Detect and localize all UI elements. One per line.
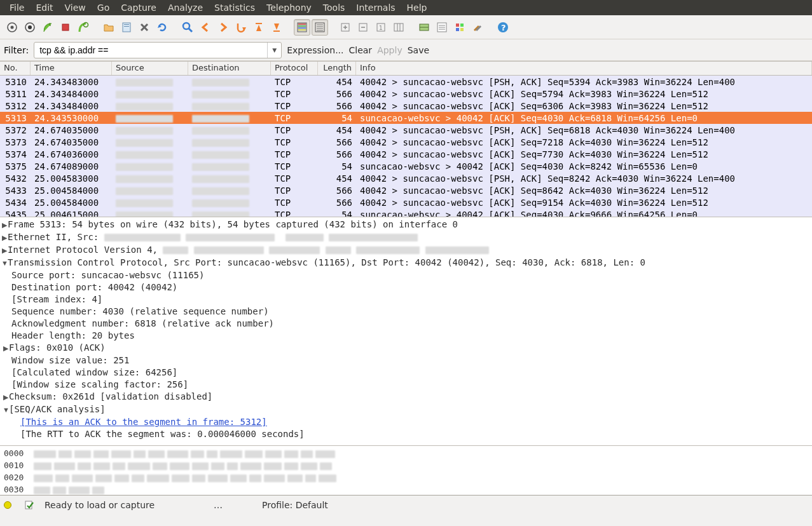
start-capture-icon[interactable] [39,19,56,36]
column-protocol[interactable]: Protocol [271,62,318,75]
tree-ip-label: Internet Protocol Version 4, [8,245,163,255]
tree-detail[interactable]: Header length: 20 bytes [0,330,812,342]
menu-statistics[interactable]: Statistics [209,1,261,14]
packet-row[interactable]: 543425.004584000TCP56640042 > suncacao-w… [0,196,812,208]
menu-go[interactable]: Go [92,1,115,14]
packet-details-pane[interactable]: ▶Frame 5313: 54 bytes on wire (432 bits)… [0,217,812,446]
close-icon[interactable] [136,19,153,36]
tree-tcp[interactable]: ▼Transmission Control Protocol, Src Port… [0,257,812,269]
filter-input[interactable] [34,45,267,55]
last-packet-icon[interactable] [268,19,285,36]
stop-capture-icon[interactable] [57,19,74,36]
svg-text:?: ? [501,23,506,32]
packet-row[interactable]: 537324.674035000TCP56640042 > suncacao-w… [0,136,812,148]
restart-capture-icon[interactable] [75,19,92,36]
reload-icon[interactable] [154,19,170,36]
column-info[interactable]: Info [356,62,812,75]
tree-detail[interactable]: [Window size scaling factor: 256] [0,379,812,391]
resize-columns-icon[interactable] [390,19,407,36]
tree-detail[interactable]: Sequence number: 4030 (relative sequence… [0,306,812,318]
column-source[interactable]: Source [112,62,188,75]
tree-detail[interactable]: Window size value: 251 [0,354,812,367]
packet-row[interactable]: 543525.004615000TCP54suncacao-websvc > 4… [0,208,812,217]
go-back-icon[interactable] [197,19,214,36]
packet-row[interactable]: 543325.004584000TCP56640042 > suncacao-w… [0,184,812,196]
tree-seqack[interactable]: ▼[SEQ/ACK analysis] [0,403,812,416]
file-apply-icon[interactable] [24,500,34,510]
expression-button[interactable]: Expression... [287,45,343,55]
tree-detail[interactable]: Acknowledgment number: 6818 (relative ac… [0,318,812,330]
capture-filters-icon[interactable] [416,19,432,36]
menu-file[interactable]: File [4,1,30,14]
tree-frame[interactable]: ▶Frame 5313: 54 bytes on wire (432 bits)… [0,219,812,231]
expert-info-led-icon[interactable] [4,501,11,509]
packet-bytes-pane[interactable]: 0000 0010 0020 0030 [0,446,812,496]
menu-capture[interactable]: Capture [115,1,162,14]
capture-options-icon[interactable] [4,19,20,36]
column-no[interactable]: No. [0,62,31,75]
filter-bar: Filter: ▼ Expression... Clear Apply Save [0,39,812,61]
tree-ack-link[interactable]: [This is an ACK to the segment in frame:… [0,416,812,428]
colorize-icon[interactable] [294,19,310,36]
first-packet-icon[interactable] [251,19,267,36]
menu-internals[interactable]: Internals [350,1,401,14]
save-button[interactable]: Save [408,45,429,55]
menu-help[interactable]: Help [401,1,433,14]
tree-detail[interactable]: [Calculated window size: 64256] [0,367,812,379]
preferences-icon[interactable] [469,19,486,36]
zoom-in-icon[interactable] [337,19,354,36]
column-time[interactable]: Time [31,62,112,75]
tree-checksum[interactable]: ▶Checksum: 0x261d [validation disabled] [0,391,812,403]
bytes-line[interactable]: 0000 [4,447,808,459]
svg-point-1 [11,25,14,29]
packet-row[interactable]: 531224.343484000TCP56640042 > suncacao-w… [0,100,812,112]
packet-row[interactable]: 531024.343483000TCP45440042 > suncacao-w… [0,76,812,88]
apply-button[interactable]: Apply [377,45,403,55]
column-length[interactable]: Length [318,62,356,75]
column-destination[interactable]: Destination [188,62,271,75]
menu-analyze[interactable]: Analyze [162,1,209,14]
packet-row[interactable]: 537224.674035000TCP45440042 > suncacao-w… [0,124,812,136]
open-file-icon[interactable] [100,19,117,36]
filter-combo[interactable]: ▼ [34,42,282,58]
tree-detail[interactable]: Destination port: 40042 (40042) [0,281,812,293]
auto-scroll-icon[interactable] [312,19,328,36]
bytes-line[interactable]: 0030 [4,483,808,496]
svg-rect-22 [298,27,306,29]
tree-detail[interactable]: [Stream index: 4] [0,293,812,306]
status-profile-label[interactable]: Profile: Default [262,500,328,510]
status-ellipsis[interactable]: … [214,500,223,510]
packet-row[interactable]: 543225.004583000TCP45440042 > suncacao-w… [0,172,812,184]
svg-rect-47 [456,28,459,31]
tree-flags[interactable]: ▶Flags: 0x010 (ACK) [0,342,812,354]
zoom-out-icon[interactable] [355,19,371,36]
tree-eth[interactable]: ▶Ethernet II, Src: [0,231,812,244]
clear-button[interactable]: Clear [349,45,373,55]
menu-edit[interactable]: Edit [30,1,58,14]
menu-tools[interactable]: Tools [317,1,351,14]
packet-list-body[interactable]: 531024.343483000TCP45440042 > suncacao-w… [0,76,812,217]
go-forward-icon[interactable] [215,19,231,36]
svg-rect-20 [298,24,306,25]
bytes-line[interactable]: 0010 [4,459,808,471]
packet-list-header[interactable]: No. Time Source Destination Protocol Len… [0,62,812,76]
tree-frame-label: Frame 5313: 54 bytes on wire (432 bits),… [8,219,458,229]
save-file-icon[interactable] [118,19,135,36]
display-filters-icon[interactable] [434,19,450,36]
menu-view[interactable]: View [59,1,92,14]
menu-telephony[interactable]: Telephony [261,1,317,14]
bytes-line[interactable]: 0020 [4,471,808,483]
zoom-reset-icon[interactable]: 1 [373,19,389,36]
packet-row[interactable]: 537424.674036000TCP56640042 > suncacao-w… [0,148,812,160]
filter-dropdown-button[interactable]: ▼ [267,43,281,58]
packet-row[interactable]: 531124.343484000TCP56640042 > suncacao-w… [0,88,812,100]
tree-detail[interactable]: Source port: suncacao-websvc (11165) [0,269,812,281]
coloring-rules-icon[interactable] [451,19,468,36]
find-icon[interactable] [179,19,196,36]
capture-interfaces-icon[interactable] [22,19,38,36]
packet-row[interactable]: 537524.674089000TCP54suncacao-websvc > 4… [0,160,812,172]
go-to-packet-icon[interactable] [233,19,249,36]
tree-ip[interactable]: ▶Internet Protocol Version 4, [0,244,812,257]
help-icon[interactable]: ? [495,19,511,36]
packet-row[interactable]: 531324.343530000TCP54suncacao-websvc > 4… [0,112,812,124]
